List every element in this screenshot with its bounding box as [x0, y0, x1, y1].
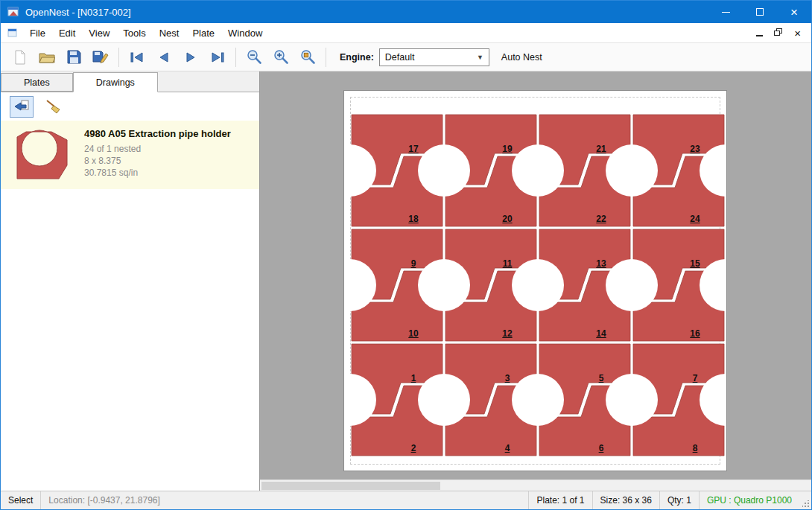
mdi-minimize-button[interactable]: [756, 35, 763, 36]
part-number[interactable]: 11: [503, 258, 513, 269]
previous-arrow-icon: [156, 51, 171, 63]
part-area: 30.7815 sq/in: [84, 167, 253, 179]
pipe-hole: [606, 374, 658, 426]
menu-nest[interactable]: Nest: [153, 25, 186, 42]
mdi-restore-button[interactable]: [774, 28, 783, 39]
part-number[interactable]: 14: [596, 328, 606, 339]
part-number[interactable]: 1: [411, 373, 416, 383]
tab-plates[interactable]: Plates: [1, 73, 73, 92]
tab-drawings[interactable]: Drawings: [73, 72, 158, 92]
part-number[interactable]: 13: [596, 258, 606, 269]
zoom-in-button[interactable]: [267, 45, 294, 69]
statusbar: Select Location: [-0.9437, 21.8796] Plat…: [1, 491, 811, 509]
part-number[interactable]: 5: [599, 373, 604, 383]
part-number[interactable]: 22: [596, 214, 606, 224]
part-number[interactable]: 4: [505, 443, 510, 453]
toolbar-separator: [118, 48, 119, 67]
horizontal-scrollbar[interactable]: [260, 479, 811, 491]
drawings-toolbar: [1, 92, 259, 121]
mdi-close-button[interactable]: ×: [794, 28, 801, 39]
part-number[interactable]: 12: [502, 328, 512, 339]
clean-drawings-button[interactable]: [41, 96, 65, 118]
last-arrow-icon: [210, 51, 225, 63]
nest-canvas[interactable]: 171819202122232491011121314151612345678: [260, 71, 811, 491]
titlebar: OpenNest - [N0317-002] ×: [1, 1, 811, 23]
menu-plate[interactable]: Plate: [185, 25, 221, 42]
maximize-button[interactable]: [743, 1, 777, 23]
part-number[interactable]: 23: [690, 144, 700, 154]
replace-drawing-button[interactable]: [10, 96, 34, 118]
status-size: Size: 36 x 36: [593, 491, 659, 509]
pipe-hole: [606, 144, 658, 197]
part-number[interactable]: 21: [596, 144, 606, 154]
first-arrow-icon: [130, 51, 145, 63]
scrollbar-thumb[interactable]: [261, 482, 440, 490]
previous-plate-button[interactable]: [150, 45, 177, 69]
menu-file[interactable]: File: [23, 25, 52, 42]
save-icon: [67, 50, 81, 64]
part-number[interactable]: 24: [690, 214, 700, 224]
engine-selected-value: Default: [385, 52, 415, 63]
nest-svg: [350, 113, 726, 457]
part-number[interactable]: 20: [502, 214, 512, 224]
plate[interactable]: 171819202122232491011121314151612345678: [343, 90, 727, 471]
maximize-icon: [756, 8, 764, 16]
toolbar-separator: [326, 48, 326, 67]
first-plate-button[interactable]: [124, 45, 150, 69]
chevron-down-icon: ▼: [477, 54, 483, 61]
last-plate-button[interactable]: [204, 45, 231, 69]
part-number[interactable]: 16: [690, 328, 700, 339]
resize-grip[interactable]: [799, 491, 811, 509]
part-number[interactable]: 9: [411, 258, 416, 269]
menu-view[interactable]: View: [82, 25, 116, 42]
next-plate-button[interactable]: [177, 45, 204, 69]
toolbar-separator: [235, 48, 236, 67]
part-number[interactable]: 2: [411, 443, 416, 453]
save-button[interactable]: [60, 45, 87, 69]
zoom-out-icon: [247, 49, 262, 65]
save-edit-icon: [92, 50, 109, 65]
part-number[interactable]: 15: [690, 258, 700, 269]
status-mode: Select: [1, 491, 40, 509]
part-number[interactable]: 3: [505, 373, 510, 383]
part-title: 4980 A05 Extraction pipe holder: [84, 128, 253, 139]
save-as-button[interactable]: [87, 45, 114, 69]
open-folder-icon: [39, 51, 55, 64]
pipe-hole: [418, 259, 470, 311]
menubar: File Edit View Tools Nest Plate Window ×: [1, 23, 811, 43]
part-number[interactable]: 19: [502, 144, 512, 154]
minimize-button[interactable]: [708, 1, 743, 23]
open-button[interactable]: [34, 45, 60, 69]
zoom-fit-button[interactable]: [294, 45, 321, 69]
engine-select[interactable]: Default ▼: [379, 48, 489, 66]
app-window: OpenNest - [N0317-002] × File Edit View …: [0, 0, 812, 510]
part-dimensions: 8 x 8.375: [84, 155, 253, 167]
new-file-icon: [13, 50, 28, 65]
status-plate: Plate: 1 of 1: [529, 491, 591, 509]
sidebar: Plates Drawings: [1, 71, 260, 491]
menu-window[interactable]: Window: [221, 25, 269, 42]
part-number[interactable]: 17: [408, 144, 418, 154]
new-button[interactable]: [7, 45, 34, 69]
broom-icon: [45, 99, 61, 114]
status-location: Location: [-0.9437, 21.8796]: [41, 491, 167, 509]
close-icon: ×: [790, 6, 798, 19]
part-number[interactable]: 8: [693, 443, 698, 453]
part-number[interactable]: 6: [599, 443, 604, 453]
sidebar-tabstrip: Plates Drawings: [1, 71, 259, 92]
pipe-hole: [418, 374, 470, 426]
drawing-list-item[interactable]: 4980 A05 Extraction pipe holder 24 of 1 …: [1, 121, 259, 189]
close-button[interactable]: ×: [777, 1, 811, 23]
document-icon: [7, 28, 18, 38]
status-qty: Qty: 1: [660, 491, 699, 509]
auto-nest-button[interactable]: Auto Nest: [501, 52, 542, 63]
part-number[interactable]: 18: [408, 214, 418, 224]
pipe-hole: [606, 259, 658, 311]
part-number[interactable]: 7: [693, 373, 698, 383]
menu-edit[interactable]: Edit: [52, 25, 82, 42]
zoom-out-button[interactable]: [241, 45, 267, 69]
part-number[interactable]: 10: [408, 328, 418, 339]
pipe-hole: [418, 144, 470, 197]
menu-tools[interactable]: Tools: [116, 25, 152, 42]
part-shape-icon: [13, 128, 72, 182]
